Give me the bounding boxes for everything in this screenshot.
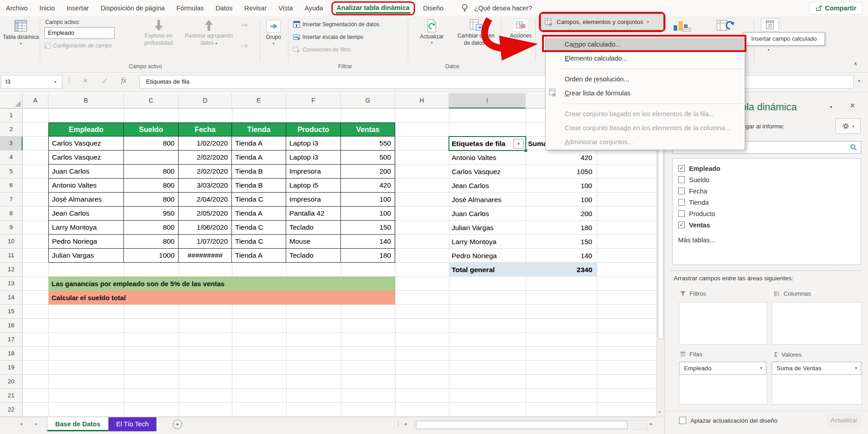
- formula-bar-expand-icon[interactable]: ▾: [858, 79, 860, 83]
- ribbon-tab-dise-o[interactable]: Diseño: [417, 0, 449, 16]
- pivot-table-button[interactable]: Tabla dinámica ▾: [6, 19, 35, 46]
- menu-item-campo-calculado[interactable]: Campo calculado...: [546, 38, 745, 52]
- checkbox-fecha[interactable]: [678, 188, 685, 194]
- recommended-pivot-icon[interactable]: [717, 20, 735, 32]
- row-header-17[interactable]: 17: [0, 333, 23, 347]
- collapse-ribbon-icon[interactable]: ∧: [854, 61, 858, 67]
- cancel-icon[interactable]: ×: [83, 77, 87, 85]
- fill-handle[interactable]: [524, 149, 528, 152]
- table-cell[interactable]: Teclado: [286, 221, 341, 235]
- table-cell[interactable]: Laptop i3: [286, 151, 341, 165]
- row-header-1[interactable]: 1: [0, 108, 23, 123]
- refresh-button[interactable]: Actualizar ▾: [415, 19, 448, 45]
- fields-items-sets-button[interactable]: fx Campos, elementos y conjuntos ▾: [539, 12, 665, 32]
- table-cell[interactable]: Tienda A: [232, 151, 286, 165]
- ribbon-tab-archivo[interactable]: Archivo: [0, 0, 33, 16]
- column-header-G[interactable]: G: [341, 93, 395, 108]
- ribbon-tab-revisar[interactable]: Revisar: [239, 0, 273, 16]
- table-cell[interactable]: 800: [124, 165, 179, 179]
- columns-drop-area[interactable]: [772, 302, 862, 344]
- pivot-row-value[interactable]: 100: [526, 193, 597, 207]
- ribbon-tab-insertar[interactable]: Insertar: [61, 0, 94, 16]
- field-item-ventas[interactable]: ✓Ventas: [678, 219, 855, 231]
- column-header-C[interactable]: C: [124, 93, 179, 108]
- table-cell[interactable]: 100: [341, 207, 395, 221]
- pivot-row-label[interactable]: José Almanares: [449, 193, 526, 207]
- sheet-nav-left-icon[interactable]: ◂: [20, 421, 23, 427]
- pivot-row-value[interactable]: 140: [526, 249, 597, 263]
- expand-field-icon[interactable]: +≡: [241, 22, 254, 32]
- update-button[interactable]: Actualizar: [826, 413, 862, 429]
- table-cell[interactable]: Teclado: [286, 249, 341, 263]
- table-cell[interactable]: 200: [341, 165, 395, 179]
- ribbon-tab-ayuda[interactable]: Ayuda: [299, 0, 329, 16]
- chevron-down-icon[interactable]: ▾: [760, 362, 762, 374]
- table-cell[interactable]: 150: [341, 221, 395, 235]
- scroll-down-icon[interactable]: ▾: [659, 410, 660, 414]
- ribbon-tab-disposici-n-de-p-gina[interactable]: Disposición de página: [94, 0, 170, 16]
- row-header-11[interactable]: 11: [0, 249, 23, 263]
- defer-layout-checkbox[interactable]: [679, 417, 686, 424]
- panel-options-icon[interactable]: ▾: [830, 104, 832, 109]
- table-cell[interactable]: 800: [124, 137, 179, 151]
- row-header-3[interactable]: 3: [0, 137, 23, 151]
- table-cell[interactable]: Tienda C: [232, 221, 286, 235]
- pivot-row-label[interactable]: Jean Carlos: [449, 179, 526, 193]
- rows-field-chip[interactable]: Empleado▾: [679, 362, 766, 375]
- table-cell[interactable]: Tienda A: [232, 137, 286, 151]
- table-cell[interactable]: 1000: [124, 249, 179, 263]
- collapse-field-icon[interactable]: −≡: [241, 42, 254, 52]
- ribbon-tab-analizar-tabla-din-mica[interactable]: Analizar tabla dinámica: [331, 1, 415, 15]
- table-cell[interactable]: 100: [341, 193, 395, 207]
- enter-icon[interactable]: ✓: [102, 77, 108, 85]
- table-cell[interactable]: Tienda C: [232, 235, 286, 249]
- actions-button[interactable]: Acciones ▾: [507, 19, 534, 44]
- table-cell[interactable]: Julian Vargas: [48, 249, 124, 263]
- ribbon-tab-vista[interactable]: Vista: [273, 0, 299, 16]
- table-cell[interactable]: 800: [124, 179, 179, 193]
- horizontal-scroll-thumb[interactable]: [416, 421, 627, 429]
- table-cell[interactable]: Jean Carlos: [48, 207, 124, 221]
- table-cell[interactable]: 800: [124, 221, 179, 235]
- field-item-producto[interactable]: Producto: [678, 208, 855, 219]
- name-box[interactable]: I3: [1, 75, 62, 89]
- formula-input[interactable]: Etiquetas de fila: [139, 75, 854, 89]
- table-cell[interactable]: Antonio Valtes: [48, 179, 124, 193]
- column-header-F[interactable]: F: [286, 93, 341, 108]
- table-cell[interactable]: 1/02/2020: [179, 137, 232, 151]
- row-header-8[interactable]: 8: [0, 207, 23, 221]
- table-cell[interactable]: Larry Montoya: [48, 221, 124, 235]
- table-cell[interactable]: 2/04/2020: [179, 193, 232, 207]
- row-header-14[interactable]: 14: [0, 291, 23, 305]
- row-header-2[interactable]: 2: [0, 123, 23, 137]
- menu-item-orden-de-resolución[interactable]: Orden de resolución...: [546, 72, 745, 86]
- table-cell[interactable]: 2/02/2020: [179, 151, 232, 165]
- column-header-H[interactable]: H: [395, 93, 449, 108]
- row-header-21[interactable]: 21: [0, 389, 23, 403]
- values-field-chip[interactable]: Suma de Ventas▾: [772, 362, 861, 375]
- row-header-6[interactable]: 6: [0, 179, 23, 193]
- table-cell[interactable]: Tienda B: [232, 165, 286, 179]
- column-header-D[interactable]: D: [179, 93, 232, 108]
- close-icon[interactable]: ×: [850, 100, 855, 111]
- checkbox-tienda[interactable]: [678, 199, 685, 206]
- pivot-row-label[interactable]: Carlos Vasquez: [449, 165, 526, 179]
- group-button[interactable]: Grupo ▾: [264, 20, 283, 46]
- table-cell[interactable]: Carlos Vasquez: [48, 151, 124, 165]
- table-cell[interactable]: 550: [341, 137, 395, 151]
- ribbon-tab-datos[interactable]: Datos: [210, 0, 239, 16]
- insert-timeline-button[interactable]: Insertar escala de tiempo: [293, 33, 363, 41]
- table-cell[interactable]: Pedro Noriega: [48, 235, 124, 249]
- column-header-A[interactable]: A: [23, 93, 48, 108]
- menu-item-administrar-conjuntos[interactable]: Administrar conjuntos...: [546, 135, 745, 149]
- more-tables-link[interactable]: Más tablas...: [678, 236, 855, 244]
- active-field-input[interactable]: Empleado: [44, 27, 115, 39]
- pivot-row-value[interactable]: 180: [526, 221, 597, 235]
- field-item-empleado[interactable]: ✓Empleado: [678, 163, 855, 174]
- table-cell[interactable]: 1/06/2020: [179, 221, 232, 235]
- table-cell[interactable]: Tienda A: [232, 249, 286, 263]
- checkbox-producto[interactable]: [678, 210, 685, 217]
- chevron-down-icon[interactable]: ▾: [855, 362, 857, 374]
- checkbox-ventas[interactable]: ✓: [678, 222, 685, 228]
- menu-item-crear-lista-de-fórmulas[interactable]: Crear lista de fórmulas: [546, 86, 745, 100]
